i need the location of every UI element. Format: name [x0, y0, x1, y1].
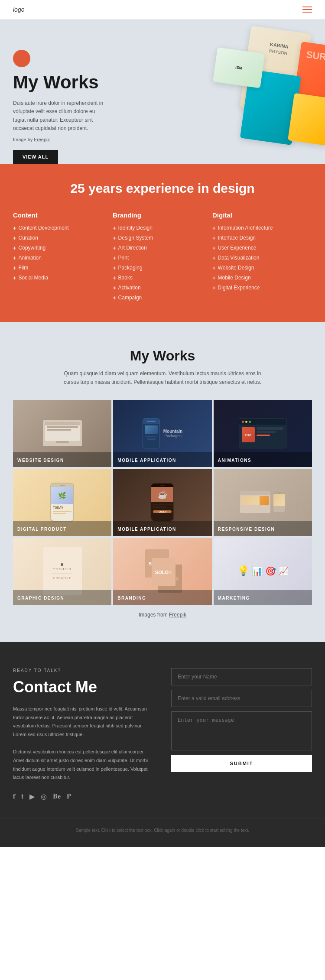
exp-item-interface-design: + Interface Design — [212, 235, 312, 241]
footer-note-section: Sample text. Click to select the text bo… — [0, 818, 325, 847]
exp-item: + Identity Design — [113, 225, 212, 231]
work-label-website: WEBSITE DESIGN — [17, 458, 64, 463]
work-overlay: MOBILE APPLICATION — [113, 452, 211, 467]
work-label-responsive: RESPONSIVE DESIGN — [218, 527, 275, 532]
work-item-digital-product[interactable]: 🌿 TODAY DIGITAL PRODUCT — [13, 469, 111, 536]
work-label-marketing: MARKETING — [218, 596, 250, 600]
contact-tag: READY TO TALK? — [13, 668, 154, 673]
behance-icon[interactable]: 𝐁𝐞 — [53, 792, 61, 801]
submit-button[interactable]: SUBMIT — [171, 755, 312, 772]
menu-line-2 — [302, 9, 312, 10]
works-section-title: My Works — [13, 348, 312, 364]
youtube-icon[interactable]: ▶ — [29, 792, 35, 801]
work-label-animations: ANIMATIONS — [218, 458, 252, 463]
work-overlay: GRAPHIC DESIGN — [13, 590, 111, 605]
contact-description-2: Dictumst vestibulum rhoncus est pellente… — [13, 748, 154, 782]
exp-item: + Print — [113, 255, 212, 261]
works-image-credit: Images from Freepik — [13, 605, 312, 625]
exp-item: + Books — [113, 275, 212, 281]
work-overlay: BRANDING — [113, 590, 211, 605]
hero-card-4 — [288, 93, 325, 146]
hamburger-menu[interactable] — [302, 6, 312, 13]
exp-item: + Website Design — [212, 265, 312, 271]
exp-item: + Campaign — [113, 295, 212, 301]
instagram-icon[interactable]: ◎ — [41, 792, 47, 801]
twitter-icon[interactable]: 𝐭 — [21, 792, 23, 801]
branding-column: Branding + Identity Design + Design Syst… — [113, 211, 212, 305]
email-input[interactable] — [171, 690, 312, 707]
work-item-responsive-design[interactable]: RESPONSIVE DESIGN — [214, 469, 312, 536]
work-item-branding[interactable]: SOLO® SOLO® SOLO® BRANDING — [113, 538, 211, 605]
work-item-website-design[interactable]: WEBSITE DESIGN — [13, 400, 111, 467]
work-label-branding: BRANDING — [117, 596, 146, 600]
work-overlay: ANIMATIONS — [214, 452, 312, 467]
work-overlay: MARKETING — [214, 590, 312, 605]
exp-item-information-architecture: + Information Architecture — [212, 225, 312, 231]
facebook-icon[interactable]: 𝐟 — [13, 792, 15, 801]
works-section: My Works Quam quisque id diam vel quam e… — [0, 322, 325, 642]
exp-item: + Design System — [113, 235, 212, 241]
pinterest-icon[interactable]: 𝐏 — [67, 792, 71, 801]
hero-dot — [13, 50, 30, 67]
work-overlay: RESPONSIVE DESIGN — [214, 521, 312, 536]
exp-item: + Art Direction — [113, 245, 212, 251]
exp-item: + Copywriting — [13, 245, 113, 251]
work-overlay: MOBILE APPLICATION — [113, 521, 211, 536]
works-section-description: Quam quisque id diam vel quam elementum.… — [63, 369, 262, 387]
exp-item: + Digital Experience — [212, 285, 312, 291]
exp-item: + Film — [13, 265, 113, 271]
works-grid: WEBSITE DESIGN — [13, 400, 312, 605]
hero-card-5: ISM — [213, 47, 265, 88]
content-column: Content + Content Development + Curation… — [13, 211, 113, 305]
hero-section: My Works Duis aute irure dolor in repreh… — [0, 19, 325, 164]
content-column-title: Content — [13, 211, 113, 219]
menu-line-1 — [302, 6, 312, 7]
freepik-link[interactable]: Freepik — [34, 137, 50, 142]
work-overlay: WEBSITE DESIGN — [13, 452, 111, 467]
footer-note-text: Sample text. Click to select the text bo… — [13, 827, 312, 834]
exp-item: + Packaging — [113, 265, 212, 271]
work-label-graphic: GRAPHIC DESIGN — [17, 596, 64, 600]
exp-item: + Mobile Design — [212, 275, 312, 281]
navigation: logo — [0, 0, 325, 19]
hero-image-stack: KARINA PRYSON SUR ISM — [183, 19, 325, 159]
logo: logo — [13, 6, 24, 13]
contact-description-1: Massa tempor nec feugialt nisl pretium f… — [13, 705, 154, 739]
name-input[interactable] — [171, 668, 312, 685]
work-label-mobile1: MOBILE APPLICATION — [117, 458, 176, 463]
experience-section: 25 years experience in design Content + … — [0, 164, 325, 322]
exp-item: + Animation — [13, 255, 113, 261]
exp-item: + User Experience — [212, 245, 312, 251]
contact-form: SUBMIT — [171, 668, 312, 772]
exp-item: + Activation — [113, 285, 212, 291]
digital-column-title: Digital — [212, 211, 312, 219]
contact-socials: 𝐟 𝐭 ▶ ◎ 𝐁𝐞 𝐏 — [13, 792, 154, 801]
hero-description: Duis aute irure dolor in reprehenderit i… — [13, 99, 108, 133]
exp-item: + Content Development — [13, 225, 113, 231]
exp-item: + Data Visualization — [212, 255, 312, 261]
contact-right: SUBMIT — [171, 668, 312, 772]
contact-section: READY TO TALK? Contact Me Massa tempor n… — [0, 642, 325, 818]
work-label-mobile2: MOBILE APPLICATION — [117, 527, 176, 532]
experience-title: 25 years experience in design — [13, 181, 312, 196]
work-item-animations[interactable]: H&F ANIMATIONS — [214, 400, 312, 467]
contact-left: READY TO TALK? Contact Me Massa tempor n… — [13, 668, 154, 801]
work-overlay: DIGITAL PRODUCT — [13, 521, 111, 536]
digital-column: Digital + Information Architecture + Int… — [212, 211, 312, 305]
work-item-marketing[interactable]: 💡 📊 🎯 📈 MARKETING — [214, 538, 312, 605]
branding-column-title: Branding — [113, 211, 212, 219]
work-item-mobile-app-1[interactable]: Mountain Packages MOBILE APPLICATION — [113, 400, 211, 467]
message-input[interactable] — [171, 711, 312, 750]
exp-item: + Curation — [13, 235, 113, 241]
freepik-link-works[interactable]: Freepik — [169, 612, 186, 618]
experience-columns: Content + Content Development + Curation… — [13, 211, 312, 305]
work-label-digital: DIGITAL PRODUCT — [17, 527, 67, 532]
work-item-mobile-app-2[interactable]: ☕ ORDER MOBILE APPLICATION — [113, 469, 211, 536]
menu-line-3 — [302, 12, 312, 13]
view-all-button[interactable]: VIEW ALL — [13, 150, 58, 164]
contact-title: Contact Me — [13, 678, 154, 696]
work-item-graphic-design[interactable]: A POSTER CREATIVE GRAPHIC DESIGN — [13, 538, 111, 605]
exp-item: + Social Media — [13, 275, 113, 281]
